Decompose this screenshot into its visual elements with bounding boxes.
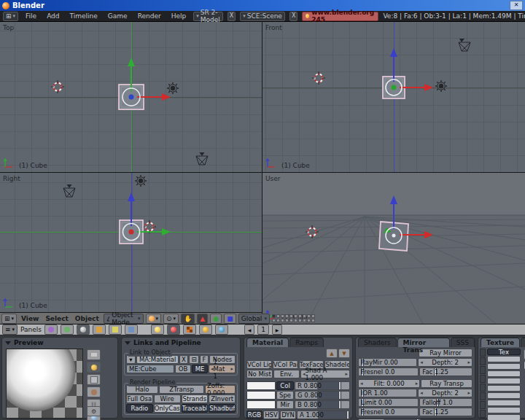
menu-help[interactable]: Help bbox=[168, 12, 190, 20]
ray-mirror-toggle[interactable]: Ray Mirror bbox=[419, 349, 472, 357]
mirror-color-swatch[interactable] bbox=[246, 400, 276, 409]
menu-object[interactable]: Object bbox=[73, 315, 101, 322]
r-slider[interactable]: R 0.800 bbox=[295, 381, 350, 390]
fac2-slider[interactable]: Fac 1.25 bbox=[419, 408, 472, 416]
texture-slot[interactable] bbox=[487, 385, 521, 392]
rotate-manipulator-button[interactable]: ● bbox=[210, 314, 222, 324]
menu-select[interactable]: Select bbox=[43, 315, 70, 322]
panels-menu[interactable]: Panels bbox=[20, 326, 42, 333]
collapse-triangle-icon[interactable] bbox=[125, 341, 131, 345]
editor-type-button[interactable]: ≡▾ bbox=[2, 324, 18, 335]
raymir-slider[interactable]: RayMir 0.00 bbox=[358, 358, 417, 367]
texture-slot[interactable] bbox=[487, 392, 521, 399]
window-close-button[interactable]: ✕ bbox=[510, 1, 523, 10]
fresnel2-slider[interactable]: Fresnel 0.0 bbox=[358, 408, 419, 416]
orientation-select[interactable]: Global▾ bbox=[238, 314, 270, 324]
script-context-button[interactable] bbox=[61, 324, 74, 335]
ior-slider[interactable]: IOR 1.00 bbox=[358, 389, 417, 397]
texture-slot[interactable] bbox=[487, 356, 521, 362]
scene-delete-button[interactable]: X bbox=[289, 12, 298, 21]
translate-manipulator-button[interactable]: ▲ bbox=[197, 314, 208, 324]
viewport-front[interactable]: Front (1) Cube bbox=[262, 22, 525, 173]
screen-delete-button[interactable]: X bbox=[228, 12, 236, 21]
texture-slot[interactable] bbox=[487, 378, 521, 384]
lamp-icon[interactable] bbox=[134, 174, 147, 187]
b-slider[interactable]: B 0.800 bbox=[295, 400, 350, 409]
mode-select[interactable]: Object Mode▾ bbox=[104, 314, 144, 324]
scale-manipulator-button[interactable]: ■ bbox=[224, 314, 236, 324]
texture-slot[interactable] bbox=[487, 370, 521, 377]
camera-icon[interactable] bbox=[192, 150, 211, 168]
spin-left-icon[interactable]: ◂ bbox=[420, 390, 423, 396]
tab-ramps[interactable]: Ramps bbox=[289, 338, 324, 347]
screen-selector[interactable]: ▾SR 2-Model bbox=[193, 12, 223, 21]
page-prev-button[interactable]: ◀ bbox=[244, 324, 254, 335]
world-subcontext-button[interactable] bbox=[215, 324, 228, 335]
copy-material-button[interactable]: ▲ bbox=[326, 349, 338, 358]
traceable-toggle[interactable]: Traceable bbox=[182, 404, 209, 413]
zinvert-toggle[interactable]: ZInvert bbox=[209, 394, 236, 403]
spe-button[interactable]: Spe bbox=[276, 391, 294, 400]
paste-material-button[interactable]: ▼ bbox=[338, 349, 350, 358]
tab-map[interactable]: Map bbox=[521, 338, 525, 347]
scene-selector[interactable]: ▾SCE:Scene bbox=[240, 12, 285, 21]
draw-type-select[interactable]: ▾ bbox=[146, 314, 162, 324]
radio-toggle[interactable]: Radio bbox=[126, 404, 153, 413]
fresnel-slider[interactable]: Fresnel 0.0 bbox=[358, 368, 419, 376]
limit-slider[interactable]: Limit 0.00 bbox=[358, 398, 419, 407]
viewport-top[interactable]: Top (1) Cube bbox=[0, 22, 262, 173]
tab-shaders[interactable]: Shaders bbox=[358, 338, 397, 347]
selected-cube-object[interactable] bbox=[88, 188, 175, 276]
tab-mirror-transp[interactable]: Mirror Trans bbox=[397, 338, 450, 347]
spin-right-icon[interactable]: ▸ bbox=[416, 381, 419, 386]
ray-transp-toggle[interactable]: Ray Transp bbox=[421, 379, 472, 388]
falloff-slider[interactable]: Falloff 1.0 bbox=[419, 398, 472, 407]
fake-user-button[interactable]: F bbox=[200, 355, 209, 364]
preview-cube-button[interactable] bbox=[87, 374, 101, 385]
camera-icon[interactable] bbox=[455, 36, 474, 54]
mir-button[interactable]: Mir bbox=[276, 400, 294, 409]
preview-flat-button[interactable] bbox=[87, 349, 101, 360]
lamp-subcontext-button[interactable] bbox=[151, 324, 164, 335]
zoffs-field[interactable]: Zoffs: 0.000 bbox=[205, 385, 236, 394]
wire-toggle[interactable]: Wire bbox=[154, 394, 181, 403]
collapse-triangle-icon[interactable] bbox=[5, 341, 11, 345]
logic-context-button[interactable] bbox=[44, 324, 58, 335]
camera-icon[interactable] bbox=[60, 182, 79, 200]
texture-slot-active[interactable]: Tex bbox=[487, 349, 521, 355]
hsv-button[interactable]: HSV bbox=[263, 411, 279, 419]
vcol-light-toggle[interactable]: VCol Light bbox=[246, 360, 272, 369]
layer-buttons[interactable] bbox=[272, 314, 315, 322]
depth-spinner[interactable]: ◂Depth: 2▸ bbox=[418, 358, 472, 367]
link-ob-button[interactable]: OB bbox=[175, 365, 191, 373]
pivot-select[interactable]: ⊙▾ bbox=[163, 314, 179, 324]
specular-color-swatch[interactable] bbox=[246, 391, 276, 400]
diffuse-color-swatch[interactable] bbox=[246, 381, 276, 390]
texture-slot[interactable] bbox=[487, 400, 521, 406]
texture-slot[interactable] bbox=[487, 363, 521, 370]
col-button[interactable]: Col bbox=[276, 381, 294, 390]
selected-cube-object[interactable] bbox=[350, 44, 438, 131]
spin-left-icon[interactable]: ◂ bbox=[360, 381, 363, 386]
no-mist-toggle[interactable]: No Mist bbox=[246, 370, 273, 378]
viewport-right[interactable]: Right (1) Cube bbox=[0, 173, 262, 312]
menu-view[interactable]: View bbox=[19, 315, 41, 322]
fac-slider[interactable]: Fac 1.25 bbox=[419, 368, 472, 376]
spin-right-icon[interactable]: ▸ bbox=[345, 371, 348, 377]
link-me-button[interactable]: ME bbox=[192, 365, 208, 373]
material-subcontext-button[interactable] bbox=[167, 324, 180, 335]
shadbuf-toggle[interactable]: Shadbuf bbox=[209, 404, 236, 413]
radiosity-subcontext-button[interactable] bbox=[199, 324, 212, 335]
spin-right-icon[interactable]: ▸ bbox=[467, 359, 470, 365]
selected-cube-object[interactable] bbox=[88, 53, 175, 141]
menu-add[interactable]: Add bbox=[44, 12, 62, 20]
spin-left-icon[interactable]: ◂ bbox=[420, 359, 423, 365]
filt-spinner[interactable]: ◂Filt: 0.000▸ bbox=[358, 379, 420, 388]
menu-file[interactable]: File bbox=[23, 12, 39, 20]
menu-game[interactable]: Game bbox=[105, 12, 131, 20]
title-bar[interactable]: Blender ✕ bbox=[0, 0, 525, 11]
page-next-button[interactable]: ▶ bbox=[272, 324, 282, 335]
env-toggle[interactable]: Env. bbox=[273, 370, 300, 378]
window-type-button[interactable]: ⊞▾ bbox=[3, 12, 18, 21]
editor-type-button[interactable]: ⊞▾ bbox=[1, 314, 17, 324]
